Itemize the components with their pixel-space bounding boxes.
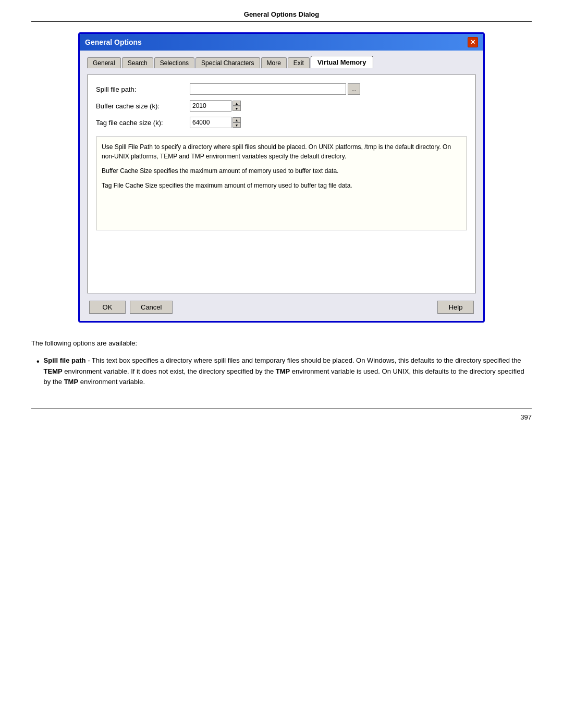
ok-button[interactable]: OK [89,301,126,314]
buffer-cache-up[interactable]: ▲ [232,101,241,106]
description-paragraph-3: Tag File Cache Size specifies the maximu… [102,181,461,190]
tab-exit[interactable]: Exit [288,57,310,68]
tag-file-cache-size-input[interactable] [190,117,231,128]
spill-file-path-container: ... [190,83,360,95]
spill-file-path-input[interactable] [190,83,346,95]
tab-special-characters[interactable]: Special Characters [195,57,260,68]
spill-file-path-label: Spill file path: [96,85,190,93]
bullet-bold-tmp: TMP [276,367,290,375]
buffer-cache-spinners: ▲ ▼ [232,101,241,111]
close-button[interactable]: ✕ [468,37,478,47]
bullet-term: Spill file path [44,356,86,364]
bullet-text-before: This text box specifies a directory wher… [92,356,521,364]
bullet-dot: • [36,356,40,367]
tabs-row: General Search Selections Special Charac… [87,56,476,68]
buffer-cache-size-container: ▲ ▼ [190,100,241,112]
description-box: Use Spill File Path to specify a directo… [96,137,467,230]
bullet-bold-tmp2: TMP [64,378,78,386]
tag-cache-up[interactable]: ▲ [232,117,241,122]
tab-selections[interactable]: Selections [154,57,194,68]
footer-left-buttons: OK Cancel [89,301,173,314]
general-options-dialog: General Options ✕ General Search Selecti… [78,32,485,323]
description-paragraph-2: Buffer Cache Size specifies the maximum … [102,166,461,176]
bullet-spill-file-path: • Spill file path - This text box specif… [31,355,532,388]
dialog-footer: OK Cancel Help [87,301,476,314]
bullet-bold-temp: TEMP [44,367,63,375]
spill-file-path-row: Spill file path: ... [96,83,467,95]
buffer-cache-size-input[interactable] [190,100,231,112]
bullet-spill-file-path-text: Spill file path - This text box specifie… [44,355,532,388]
tag-file-cache-spinners: ▲ ▼ [232,117,241,128]
doc-content: The following options are available: • S… [31,338,532,388]
buffer-cache-size-label: Buffer cache size (k): [96,102,190,110]
tab-more[interactable]: More [261,57,287,68]
page-footer: 397 [31,409,532,421]
help-button[interactable]: Help [437,301,474,314]
tag-cache-down[interactable]: ▼ [232,122,241,128]
tab-content: Spill file path: ... Buffer cache size (… [87,75,476,293]
buffer-cache-size-row: Buffer cache size (k): ▲ ▼ [96,100,467,112]
dialog-titlebar: General Options ✕ [80,34,483,51]
tab-virtual-memory[interactable]: Virtual Memory [311,56,373,68]
bullet-text-end: environment variable. [80,378,145,386]
cancel-button[interactable]: Cancel [130,301,173,314]
doc-intro: The following options are available: [31,338,532,349]
tab-search[interactable]: Search [122,57,153,68]
description-paragraph-1: Use Spill File Path to specify a directo… [102,142,461,161]
dialog-title: General Options [85,38,142,46]
browse-button[interactable]: ... [348,83,360,95]
tag-file-cache-size-container: ▲ ▼ [190,117,241,128]
page-title: General Options Dialog [31,10,532,22]
page-number: 397 [520,413,532,421]
tag-file-cache-size-label: Tag file cache size (k): [96,119,190,127]
buffer-cache-down[interactable]: ▼ [232,106,241,111]
tag-file-cache-size-row: Tag file cache size (k): ▲ ▼ [96,117,467,128]
bullet-sep: - [88,356,92,364]
tab-general[interactable]: General [87,57,121,68]
dialog-body: General Search Selections Special Charac… [80,51,483,321]
bullet-text-mid1: environment variable. If it does not exi… [64,367,275,375]
